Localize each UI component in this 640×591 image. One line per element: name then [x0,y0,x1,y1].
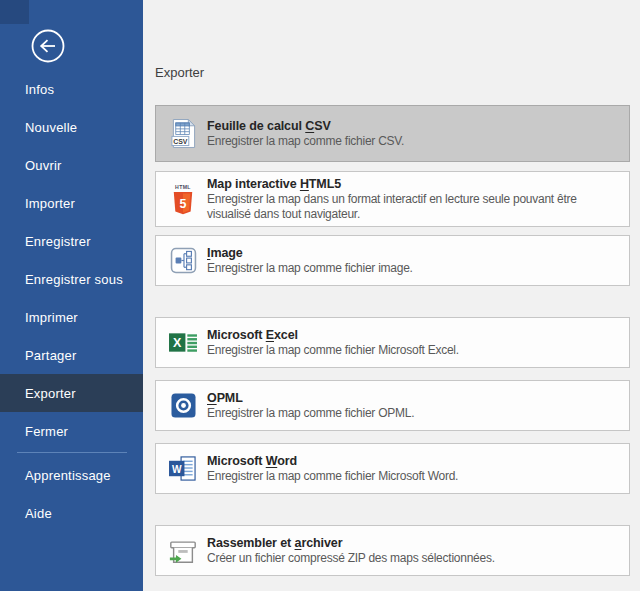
svg-text:5: 5 [180,196,187,210]
sidebar-divider [17,452,127,453]
option-description: Enregistrer la map comme fichier image. [207,261,413,276]
sidebar-item-enregistrer[interactable]: Enregistrer [0,222,143,260]
option-title: Microsoft Excel [207,327,459,343]
opml-icon [168,393,198,418]
sidebar-item-label: Aide [25,506,52,521]
export-option-word[interactable]: W Microsoft Word Enregistrer la map comm… [155,443,630,494]
sidebar-item-label: Nouvelle [25,120,77,135]
sidebar: Infos Nouvelle Ouvrir Importer Enregistr… [0,0,143,591]
svg-text:HTML: HTML [175,184,191,190]
sidebar-item-label: Apprentissage [25,468,111,483]
sidebar-item-label: Exporter [25,386,76,401]
export-option-html5[interactable]: HTML 5 Map interactive HTML5 Enregistrer… [155,171,630,227]
sidebar-item-infos[interactable]: Infos [0,70,143,108]
option-description: Enregistrer la map comme fichier OPML. [207,406,414,421]
option-description: Enregistrer la map comme fichier Microso… [207,469,458,484]
sidebar-item-fermer[interactable]: Fermer [0,412,143,450]
sidebar-item-label: Enregistrer [25,234,91,249]
sidebar-item-importer[interactable]: Importer [0,184,143,222]
sidebar-item-label: Ouvrir [25,158,62,173]
export-option-image[interactable]: Image Enregistrer la map comme fichier i… [155,235,630,286]
sidebar-item-label: Fermer [25,424,68,439]
sidebar-item-imprimer[interactable]: Imprimer [0,298,143,336]
option-title: Image [207,245,413,261]
option-description: Enregistrer la map comme fichier CSV. [207,134,404,149]
page-title: Exporter [155,66,640,79]
option-title: Microsoft Word [207,453,458,469]
sidebar-item-label: Infos [25,82,54,97]
option-title: Feuille de calcul CSV [207,118,404,134]
csv-spreadsheet-icon: CSV [168,118,198,149]
corner-block [0,0,29,24]
sidebar-item-partager[interactable]: Partager [0,336,143,374]
export-option-excel[interactable]: X Microsoft Excel Enregistrer la map com… [155,317,630,368]
option-title: OPML [207,390,414,406]
sidebar-item-aide[interactable]: Aide [0,494,143,532]
option-description: Enregistrer la map comme fichier Microso… [207,343,459,358]
sidebar-item-label: Imprimer [25,310,78,325]
archive-icon [168,536,198,566]
option-description: Créer un fichier compressé ZIP des maps … [207,551,495,566]
sidebar-item-nouvelle[interactable]: Nouvelle [0,108,143,146]
back-arrow-icon [26,24,70,68]
sidebar-nav: Infos Nouvelle Ouvrir Importer Enregistr… [0,70,143,532]
sidebar-item-exporter[interactable]: Exporter [0,374,143,412]
excel-icon: X [168,329,198,356]
export-option-csv[interactable]: CSV Feuille de calcul CSV Enregistrer la… [155,105,630,162]
export-option-pack-and-go[interactable]: Rassembler et archiver Créer un fichier … [155,525,630,576]
option-title: Map interactive HTML5 [207,176,619,192]
export-option-opml[interactable]: OPML Enregistrer la map comme fichier OP… [155,380,630,431]
html5-icon: HTML 5 [168,183,198,216]
sidebar-item-label: Partager [25,348,76,363]
back-button[interactable] [26,24,70,68]
sidebar-item-label: Enregistrer sous [25,272,123,287]
svg-text:X: X [173,336,182,350]
svg-text:CSV: CSV [173,138,188,145]
sidebar-item-enregistrer-sous[interactable]: Enregistrer sous [0,260,143,298]
backstage-view: Infos Nouvelle Ouvrir Importer Enregistr… [0,0,640,591]
option-title: Rassembler et archiver [207,535,495,551]
option-description: Enregistrer la map dans un format intera… [207,192,619,222]
export-panel: Exporter CSV Feuille de calcul CS [143,0,640,591]
svg-text:W: W [172,464,182,475]
word-icon: W [168,455,198,482]
sidebar-item-apprentissage[interactable]: Apprentissage [0,456,143,494]
sidebar-item-ouvrir[interactable]: Ouvrir [0,146,143,184]
sidebar-item-label: Importer [25,196,75,211]
image-map-icon [168,247,198,274]
